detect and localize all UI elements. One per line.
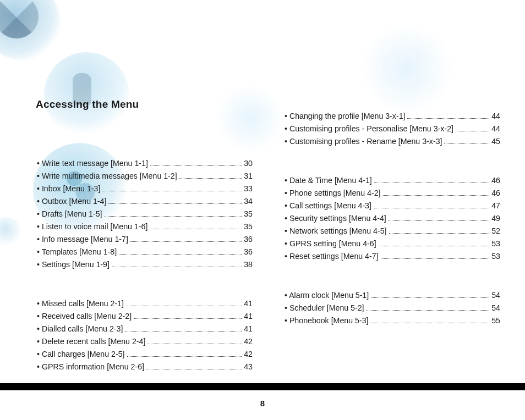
toc-entry-page: 43	[244, 363, 253, 371]
toc-entry-label: • Reset settings [Menu 4-7]	[285, 252, 379, 260]
decorative-glow-top-right	[360, 22, 453, 115]
toc-entry-leader-dots	[389, 233, 490, 234]
toc-entry-page: 36	[244, 248, 253, 256]
decorative-circle-antenna	[0, 0, 61, 60]
toc-entry: • Templates [Menu 1-8]36	[37, 246, 253, 258]
toc-entry-label: • GPRS information [Menu 2-6]	[37, 363, 144, 371]
toc-entry-label: • GPRS setting [Menu 4-6]	[285, 240, 376, 247]
toc-entry-page: 52	[491, 227, 500, 235]
toc-entry: • Info message [Menu 1-7]36	[37, 233, 253, 246]
toc-entry-leader-dots	[130, 241, 242, 242]
toc-entry-leader-dots	[125, 331, 242, 331]
toc-entry-label: • Call settings [Menu 4-3]	[285, 202, 371, 209]
toc-entry: • Call charges [Menu 2-5]42	[37, 348, 253, 361]
toc-entry: • Reset settings [Menu 4-7]53	[285, 250, 500, 263]
toc-group: • Date & Time [Menu 4-1]46• Phone settin…	[285, 174, 500, 263]
toc-entry-page: 55	[491, 317, 500, 324]
toc-entry: • Inbox [Menu 1-3]33	[37, 183, 253, 195]
toc-entry-label: • Alarm clock [Menu 5-1]	[285, 291, 369, 299]
toc-entry-leader-dots	[371, 297, 489, 298]
toc-entry-leader-dots	[108, 203, 242, 204]
toc-entry-page: 35	[244, 210, 253, 218]
toc-entry-label: • Inbox [Menu 1-3]	[37, 185, 100, 192]
toc-entry-page: 53	[491, 240, 500, 247]
toc-entry: • GPRS information [Menu 2-6]43	[37, 361, 253, 373]
toc-entry-leader-dots	[379, 246, 490, 246]
toc-entry-page: 47	[491, 202, 500, 209]
toc-group: • Alarm clock [Menu 5-1]54• Scheduler [M…	[285, 289, 500, 327]
toc-entry-page: 54	[491, 304, 500, 312]
toc-entry: • Network settings [Menu 4-5]52	[285, 225, 500, 237]
toc-entry: • Customising profiles - Personalise [Me…	[285, 123, 500, 135]
footer-divider-bar	[0, 383, 525, 390]
toc-columns: • Write text message [Menu 1-1]30• Write…	[37, 110, 500, 373]
toc-entry: • Phonebook [Menu 5-3]55	[285, 314, 500, 327]
toc-entry-leader-dots	[127, 356, 242, 357]
toc-entry-leader-dots	[374, 208, 489, 208]
toc-entry-label: • Phonebook [Menu 5-3]	[285, 317, 368, 324]
toc-entry-label: • Customising profiles - Rename [Menu 3-…	[285, 137, 442, 145]
toc-entry-label: • Dialled calls [Menu 2-3]	[37, 325, 123, 333]
toc-entry-leader-dots	[150, 229, 242, 229]
toc-entry-page: 38	[244, 261, 253, 268]
toc-entry-leader-dots	[146, 369, 242, 369]
toc-entry: • Write multimedia messages [Menu 1-2]31	[37, 170, 253, 183]
toc-column-right: • Changing the profile [Menu 3-x-1]44• C…	[285, 110, 500, 373]
toc-entry-leader-dots	[134, 318, 242, 319]
toc-entry: • Write text message [Menu 1-1]30	[37, 157, 253, 170]
toc-entry-leader-dots	[407, 118, 489, 119]
toc-entry-page: 41	[244, 312, 253, 320]
toc-entry-page: 45	[491, 137, 500, 145]
toc-entry-label: • Info message [Menu 1-7]	[37, 235, 128, 243]
toc-entry: • Dialled calls [Menu 2-3]41	[37, 323, 253, 335]
toc-entry-label: • Customising profiles - Personalise [Me…	[285, 125, 453, 132]
toc-entry-leader-dots	[179, 178, 242, 179]
toc-entry: • Listen to voice mail [Menu 1-6]35	[37, 220, 253, 233]
toc-entry: • Drafts [Menu 1-5]35	[37, 208, 253, 220]
toc-entry: • Alarm clock [Menu 5-1]54	[285, 289, 500, 302]
toc-entry-leader-dots	[383, 195, 490, 196]
toc-group: • Write text message [Menu 1-1]30• Write…	[37, 157, 253, 271]
toc-entry-label: • Outbox [Menu 1-4]	[37, 197, 106, 205]
toc-entry-label: • Security settings [Menu 4-4]	[285, 214, 386, 222]
toc-entry-label: • Network settings [Menu 4-5]	[285, 227, 387, 235]
toc-column-left: • Write text message [Menu 1-1]30• Write…	[37, 110, 253, 373]
toc-entry-label: • Drafts [Menu 1-5]	[37, 210, 102, 218]
toc-entry: • Call settings [Menu 4-3]47	[285, 200, 500, 212]
toc-entry-leader-dots	[381, 258, 490, 259]
toc-entry: • Security settings [Menu 4-4]49	[285, 212, 500, 225]
toc-entry-label: • Settings [Menu 1-9]	[37, 261, 110, 268]
toc-entry-leader-dots	[150, 165, 242, 166]
toc-entry-label: • Date & Time [Menu 4-1]	[285, 176, 372, 184]
toc-entry-page: 49	[491, 214, 500, 222]
toc-entry: • Settings [Menu 1-9]38	[37, 258, 253, 271]
toc-entry-leader-dots	[105, 216, 242, 217]
toc-entry-page: 42	[244, 338, 253, 345]
toc-entry-page: 34	[244, 197, 253, 205]
toc-entry-page: 41	[244, 325, 253, 333]
toc-entry: • Customising profiles - Rename [Menu 3-…	[285, 135, 500, 148]
toc-entry-page: 31	[244, 172, 253, 180]
toc-entry: • Outbox [Menu 1-4]34	[37, 195, 253, 208]
toc-entry-label: • Missed calls [Menu 2-1]	[37, 300, 124, 307]
toc-entry-label: • Write text message [Menu 1-1]	[37, 159, 148, 167]
page-number: 8	[0, 399, 525, 408]
toc-entry-page: 53	[491, 252, 500, 260]
toc-entry-leader-dots	[370, 323, 489, 323]
toc-entry-leader-dots	[147, 344, 242, 344]
toc-entry-page: 44	[491, 112, 500, 120]
toc-entry-label: • Call charges [Menu 2-5]	[37, 350, 125, 358]
toc-entry-label: • Write multimedia messages [Menu 1-2]	[37, 172, 177, 180]
section-heading: Accessing the Menu	[36, 98, 139, 110]
toc-entry-leader-dots	[126, 306, 242, 306]
toc-entry-label: • Delete recent calls [Menu 2-4]	[37, 338, 145, 345]
toc-entry-page: 42	[244, 350, 253, 358]
toc-entry: • Scheduler [Menu 5-2]54	[285, 302, 500, 314]
toc-entry: • Phone settings [Menu 4-2]46	[285, 187, 500, 200]
toc-entry-page: 36	[244, 235, 253, 243]
toc-entry-leader-dots	[102, 191, 242, 191]
toc-group: • Missed calls [Menu 2-1]41• Received ca…	[37, 297, 253, 373]
toc-entry-label: • Changing the profile [Menu 3-x-1]	[285, 112, 405, 120]
toc-entry-leader-dots	[456, 131, 489, 131]
toc-entry-page: 41	[244, 300, 253, 307]
